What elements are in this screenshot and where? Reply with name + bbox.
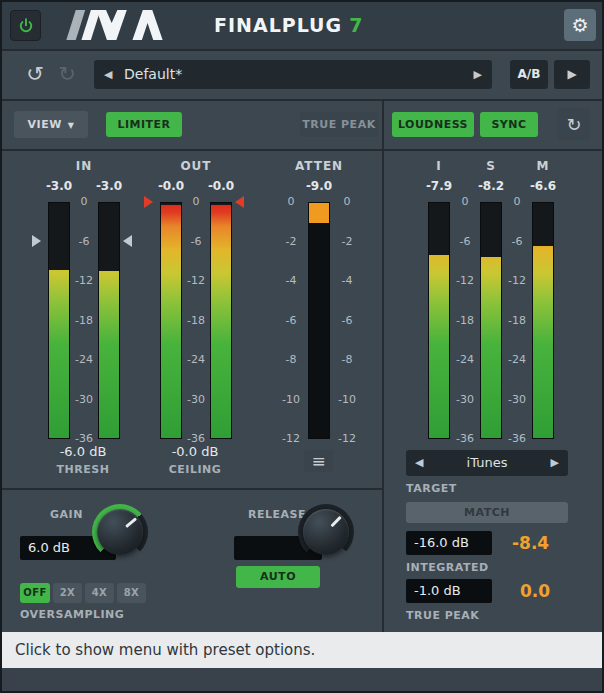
loudness-toggle[interactable]: LOUDNESS <box>392 112 474 137</box>
scale-tick: -12 <box>334 433 360 445</box>
status-hint-text: Click to show menu with preset options. <box>15 632 315 668</box>
true-peak-readout: 0.0 <box>520 581 550 601</box>
scale-tick: -12 <box>278 433 304 445</box>
chevron-down-icon: ▼ <box>68 121 75 130</box>
in-meter-scale: 0 -6 -12 -18 -24 -30 -36 <box>70 196 98 445</box>
scale-tick: -36 <box>502 433 532 445</box>
scale-tick: -18 <box>70 315 98 327</box>
loudness-scale-left: 0 -6 -12 -18 -24 -30 -36 <box>450 196 480 445</box>
status-bar: Click to show menu with preset options. <box>2 632 602 668</box>
scale-tick: 0 <box>182 196 210 208</box>
match-button[interactable]: MATCH <box>406 502 568 523</box>
meter-unlit <box>533 203 553 246</box>
loudness-reset-button[interactable]: ↻ <box>558 108 590 140</box>
target-name: iTunes <box>406 450 568 476</box>
atten-fill <box>309 203 329 223</box>
shortterm-meter <box>480 202 502 439</box>
ab-compare-button[interactable]: A/B <box>510 60 548 89</box>
true-peak-target-field[interactable]: -1.0 dB <box>406 579 492 603</box>
shortterm-peak: -8.2 <box>469 179 513 193</box>
menu-icon: ≡ <box>311 451 325 471</box>
undo-button[interactable]: ↺ <box>22 61 48 87</box>
integrated-target-field[interactable]: -16.0 dB <box>406 531 492 555</box>
meter-unlit <box>211 203 231 205</box>
meter-unlit <box>99 203 119 271</box>
sync-toggle[interactable]: SYNC <box>480 112 538 137</box>
redo-button[interactable]: ↻ <box>54 61 80 87</box>
settings-button[interactable]: ⚙ <box>564 9 596 41</box>
ceiling-marker-right[interactable] <box>235 196 244 208</box>
scale-tick: -2 <box>334 236 360 248</box>
oversampling-off-button[interactable]: OFF <box>20 583 50 603</box>
integrated-peak: -7.9 <box>417 179 461 193</box>
scale-tick: -6 <box>502 236 532 248</box>
target-next-icon[interactable]: ▶ <box>551 450 559 476</box>
view-label: VIEW <box>28 118 62 131</box>
scale-tick: -30 <box>182 394 210 406</box>
target-selector[interactable]: ◀ iTunes ▶ <box>406 450 568 476</box>
scale-tick: -2 <box>278 236 304 248</box>
out-peak-right: -0.0 <box>199 179 243 193</box>
scale-tick: -30 <box>502 394 532 406</box>
ceiling-marker-left[interactable] <box>144 196 153 208</box>
momentary-meter-title: M <box>521 159 565 173</box>
true-peak-toggle[interactable]: TRUE PEAK <box>300 112 378 137</box>
in-meter-left <box>48 202 70 439</box>
refresh-icon: ↻ <box>566 114 581 135</box>
meter-unlit <box>49 203 69 270</box>
atten-meter <box>308 202 330 439</box>
divider <box>2 49 602 51</box>
divider <box>2 149 602 151</box>
oversampling-8x-button[interactable]: 8X <box>117 583 146 603</box>
preset-next-icon[interactable]: ▶ <box>474 60 482 89</box>
scale-tick: -30 <box>70 394 98 406</box>
limiter-toggle[interactable]: LIMITER <box>106 112 182 137</box>
atten-peak: -9.0 <box>297 179 341 193</box>
true-peak-label: TRUE PEAK <box>406 609 479 622</box>
undo-icon: ↺ <box>26 62 44 86</box>
meter-unlit <box>161 203 181 205</box>
out-meter-title: OUT <box>160 159 232 173</box>
ceiling-readout[interactable]: -0.0 dB <box>140 444 250 459</box>
scale-tick: 0 <box>502 196 532 208</box>
divider <box>2 99 602 101</box>
scale-tick: -12 <box>70 275 98 287</box>
scale-tick: -8 <box>334 354 360 366</box>
view-menu-button[interactable]: VIEW▼ <box>14 111 88 138</box>
scale-tick: -10 <box>334 394 360 406</box>
threshold-marker-right[interactable] <box>123 235 132 247</box>
bottom-bar <box>2 668 602 693</box>
power-icon <box>17 17 35 35</box>
shortterm-meter-title: S <box>469 159 513 173</box>
preset-advance-button[interactable]: ▶ <box>554 60 590 89</box>
scale-tick: -30 <box>450 394 480 406</box>
integrated-meter-title: I <box>417 159 461 173</box>
preset-prev-icon[interactable]: ◀ <box>104 60 112 89</box>
plugin-name: FINALPLUG <box>214 14 342 36</box>
meter-unlit <box>429 203 449 255</box>
play-icon: ▶ <box>567 67 576 81</box>
scale-tick: -24 <box>70 354 98 366</box>
out-peak-left: -0.0 <box>149 179 193 193</box>
preset-name: Default* <box>124 60 182 89</box>
out-meter-right <box>210 202 232 439</box>
oversampling-2x-button[interactable]: 2X <box>53 583 82 603</box>
scale-tick: -6 <box>450 236 480 248</box>
gear-icon: ⚙ <box>571 14 588 36</box>
oversampling-4x-button[interactable]: 4X <box>85 583 114 603</box>
preset-selector[interactable]: ◀ Default* ▶ <box>94 60 492 89</box>
wave-arts-logo <box>57 8 172 46</box>
auto-release-toggle[interactable]: AUTO <box>236 566 320 588</box>
integrated-meter <box>428 202 450 439</box>
gain-label: GAIN <box>50 508 83 521</box>
release-knob[interactable] <box>298 504 354 560</box>
power-button[interactable] <box>10 10 41 41</box>
in-peak-right: -3.0 <box>87 179 131 193</box>
scale-tick: -4 <box>278 275 304 287</box>
threshold-readout[interactable]: -6.0 dB <box>28 444 138 459</box>
meter-unlit <box>481 203 501 257</box>
meter-menu-button[interactable]: ≡ <box>304 450 333 472</box>
gain-knob[interactable] <box>92 504 148 560</box>
atten-meter-title: ATTEN <box>279 159 359 173</box>
threshold-marker-left[interactable] <box>32 235 41 247</box>
